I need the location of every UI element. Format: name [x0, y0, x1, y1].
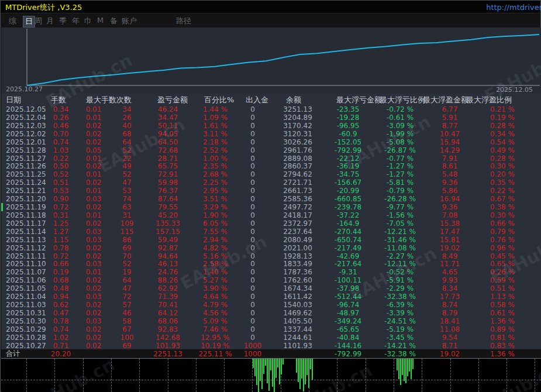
table-row[interactable]: 2025.12.040.260.012634.471.09 %03204.89-…: [1, 114, 541, 122]
cell-max_lots: 0.01: [75, 187, 112, 195]
table-row[interactable]: 2025.11.180.310.013145.201.90 %02418.17-…: [1, 211, 541, 219]
table-row[interactable]: 2025.11.281.030.055272.682.52 %02961.76-…: [1, 146, 541, 154]
cell-balance: 2889.08: [269, 154, 326, 163]
cell-max_float_profit: 17.73: [430, 293, 469, 301]
drawdown-bar: [256, 359, 257, 385]
drawdown-bar: [310, 359, 311, 369]
cell-max_lots: 0.02: [75, 122, 112, 130]
cell-count: 63: [112, 203, 142, 211]
cell-max_float_loss_pct: -32.38 %: [370, 293, 430, 301]
table-row[interactable]: 2025.11.200.900.037487.643.51 %02585.36-…: [1, 195, 541, 203]
menu-item-3[interactable]: 月: [46, 16, 54, 26]
selected-row-marker: [1, 203, 3, 211]
cell-max_float_loss: -792.99: [326, 146, 370, 154]
cell-max_float_profit: 8.34: [430, 284, 469, 293]
cell-pnl: 65.75: [142, 162, 194, 170]
table-row[interactable]: 2025.11.120.780.026992.874.82 %02021.00-…: [1, 244, 541, 252]
cell-pnl: 50.11: [142, 122, 194, 130]
drawdown-bar: [411, 359, 412, 379]
cell-max_float_loss: -660.85: [326, 195, 370, 203]
table-row[interactable]: 2025.11.270.220.012228.711.00 %02889.08-…: [1, 154, 541, 163]
cell-max_float_loss_pct: -26.28 %: [370, 195, 430, 203]
menu-item-6[interactable]: 巾: [84, 16, 92, 26]
cell-balance: 3251.13: [269, 105, 326, 114]
menu-item-0[interactable]: 综: [9, 16, 16, 26]
cell-max_float_profit: 7.08: [430, 211, 469, 219]
cell-max_float_loss_pct: -0.77 %: [370, 154, 430, 163]
cell-lots: 1.27: [47, 228, 75, 236]
cell-date: 2025.11.25: [1, 170, 47, 178]
cell-pct: 7.55 %: [194, 228, 236, 236]
menu-item-4[interactable]: 季: [59, 16, 67, 26]
table-row[interactable]: 2025.10.290.740.026792.837.46 %01337.44-…: [1, 325, 541, 333]
table-row[interactable]: 2025.10.281.020.02100142.6812.95 %01244.…: [1, 333, 541, 342]
cell-max_float_loss: -65.65: [326, 325, 370, 333]
cell-max_float_profit: 16.94: [430, 195, 469, 203]
menu-item-8[interactable]: 备: [110, 16, 118, 26]
table-row[interactable]: 2025.11.190.720.026379.553.29 %02497.72-…: [1, 203, 541, 211]
cell-max_float_loss: -650.74: [326, 236, 370, 244]
column-header-pnl: 盈亏金额: [157, 95, 188, 105]
cell-max_float_profit_pct: 1.13 %: [469, 293, 536, 301]
cell-max_float_loss: -100.11: [326, 276, 370, 284]
table-row[interactable]: 2025.11.110.720.027094.645.16 %01928.13-…: [1, 252, 541, 260]
menu-item-1[interactable]: 日: [23, 16, 35, 27]
cell-max_lots: 0.02: [75, 203, 112, 211]
table-row[interactable]: 2025.12.030.460.024050.111.61 %03170.42-…: [1, 122, 541, 130]
cell-pnl: 101.93: [142, 342, 194, 350]
cell-max_float_loss_pct: -2.29 %: [370, 284, 430, 293]
total-max_float_loss: -792.99: [326, 350, 370, 358]
cell-pct: 1.61 %: [194, 122, 236, 130]
cell-count: 52: [112, 146, 142, 154]
cell-in_out: 0: [236, 284, 269, 293]
cell-in_out: 0: [236, 162, 269, 170]
table-row[interactable]: 2025.11.030.620.025770.414.79 %01540.03-…: [1, 301, 541, 309]
table-row[interactable]: 2025.11.171.250.02109135.336.05 %02372.9…: [1, 219, 541, 228]
table-row[interactable]: 2025.11.240.510.024759.982.25 %02721.71-…: [1, 178, 541, 187]
menu-item-10[interactable]: 路径: [176, 16, 191, 26]
table-row[interactable]: 2025.11.060.680.026488.265.27 %01762.60-…: [1, 276, 541, 284]
cell-in_out: 0: [236, 317, 269, 325]
menu-item-5[interactable]: 年: [72, 16, 80, 26]
table-row[interactable]: 2025.11.260.500.024965.752.35 %02860.37-…: [1, 162, 541, 170]
cell-max_float_loss: -270.44: [326, 228, 370, 236]
drawdown-bar: [412, 359, 413, 369]
menu-item-2[interactable]: 周: [35, 16, 42, 26]
total-max_float_profit_pct: 1.36 %: [469, 350, 536, 358]
table-row[interactable]: 2025.11.050.480.024762.923.90 %01674.34-…: [1, 284, 541, 293]
cell-balance: 1611.42: [269, 293, 326, 301]
table-row[interactable]: 2025.11.131.150.038659.492.94 %02080.49-…: [1, 236, 541, 244]
table-row[interactable]: 2025.11.040.940.037271.394.64 %01611.42-…: [1, 293, 541, 301]
cell-pct: 3.90 %: [194, 284, 236, 293]
table-row[interactable]: 2025.10.270.710.0269101.9310.19 %1000110…: [1, 342, 541, 350]
table-row[interactable]: 2025.12.010.740.026464.502.18 %03026.26-…: [1, 138, 541, 146]
table-row[interactable]: 2025.11.210.530.015376.372.95 %02661.73-…: [1, 187, 541, 195]
drawdown-bar: [275, 359, 277, 378]
menu-item-7[interactable]: M: [97, 16, 104, 25]
table-row[interactable]: 2025.10.300.780.035868.065.09 %01405.50-…: [1, 317, 541, 325]
cell-pct: 1.00 %: [194, 154, 236, 163]
table-row[interactable]: 2025.12.020.700.026894.053.11 %03120.31-…: [1, 130, 541, 138]
drawdown-histogram: [1, 358, 541, 392]
table-row[interactable]: 2025.11.250.520.015272.912.68 %02794.62-…: [1, 170, 541, 178]
cell-in_out: 0: [236, 187, 269, 195]
cell-balance: 2585.36: [269, 195, 326, 203]
cell-max_float_profit: 9.36: [430, 178, 469, 187]
cell-pct: 7.46 %: [194, 325, 236, 333]
table-row[interactable]: 2025.12.050.340.013446.241.44 %03251.13-…: [1, 105, 541, 114]
menu-item-9[interactable]: 账户: [122, 16, 137, 26]
cell-balance: 1833.49: [269, 260, 326, 268]
table-row[interactable]: 2025.11.070.190.011924.761.40 %01787.36-…: [1, 268, 541, 276]
table-row[interactable]: 2025.11.141.270.03115157.157.55 %02237.6…: [1, 228, 541, 236]
cell-max_lots: 0.02: [75, 162, 112, 170]
drawdown-bar: [272, 359, 273, 387]
cell-max_float_profit_pct: 0.28 %: [469, 154, 536, 163]
vendor-url-link[interactable]: http://mtdriver: [486, 3, 541, 12]
cell-balance: 1787.36: [269, 268, 326, 276]
table-row[interactable]: 2025.11.100.660.035246.132.58 %01833.49-…: [1, 260, 541, 269]
cell-pct: 4.64 %: [194, 293, 236, 301]
table-row[interactable]: 2025.10.310.470.024664.124.56 %01469.62-…: [1, 309, 541, 317]
menu-bar: 综日周月季年巾M备账户路径: [1, 14, 540, 27]
cell-in_out: 0: [236, 252, 269, 260]
chart-start-date-label: 2025.10.27: [6, 85, 43, 93]
